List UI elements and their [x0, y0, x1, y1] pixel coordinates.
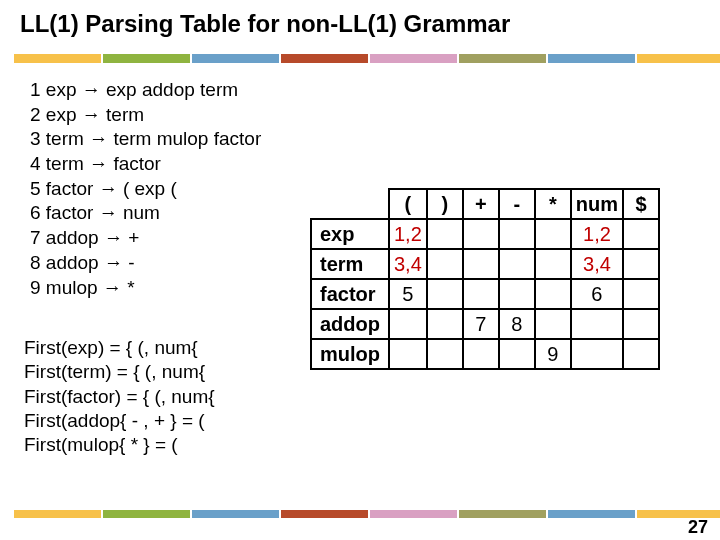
decor-band: [281, 510, 368, 518]
table-row: term3,43,4: [311, 249, 659, 279]
first-set-line: First(exp) = { (, num{: [24, 336, 215, 360]
table-cell: [463, 249, 499, 279]
decor-bands-top: [14, 54, 720, 63]
table-cell: [499, 219, 535, 249]
table-cell: [623, 309, 659, 339]
grammar-rule: 9 mulop → *: [30, 276, 261, 301]
col-header: (: [389, 189, 427, 219]
table-cell: [463, 339, 499, 369]
slide-title: LL(1) Parsing Table for non-LL(1) Gramma…: [20, 10, 700, 38]
row-header: factor: [311, 279, 389, 309]
table-row: mulop9: [311, 339, 659, 369]
table-cell: [463, 279, 499, 309]
table-cell: 1,2: [571, 219, 623, 249]
decor-band: [192, 54, 279, 63]
table-cell: [389, 309, 427, 339]
col-header: *: [535, 189, 571, 219]
decor-band: [548, 510, 635, 518]
table-cell: 5: [389, 279, 427, 309]
table-cell: 9: [535, 339, 571, 369]
col-header: num: [571, 189, 623, 219]
table-cell: 8: [499, 309, 535, 339]
table-cell: [427, 339, 463, 369]
page-number: 27: [688, 517, 708, 538]
decor-band: [192, 510, 279, 518]
row-header: exp: [311, 219, 389, 249]
table-cell: [535, 249, 571, 279]
table-cell: [389, 339, 427, 369]
table-row: factor56: [311, 279, 659, 309]
table-cell: [427, 219, 463, 249]
decor-band: [637, 54, 720, 63]
decor-band: [14, 510, 101, 518]
first-set-line: First(factor) = { (, num{: [24, 385, 215, 409]
table-cell: [623, 279, 659, 309]
row-header: term: [311, 249, 389, 279]
table-cell: [427, 279, 463, 309]
row-header: addop: [311, 309, 389, 339]
table-cell: [623, 339, 659, 369]
decor-band: [103, 510, 190, 518]
col-header: +: [463, 189, 499, 219]
grammar-rule: 4 term → factor: [30, 152, 261, 177]
first-set-line: First(addop{ - , + } = (: [24, 409, 215, 433]
table-cell: [427, 309, 463, 339]
table-cell: [535, 279, 571, 309]
grammar-rule: 1 exp → exp addop term: [30, 78, 261, 103]
table-body: exp1,21,2term3,43,4factor56addop78mulop9: [311, 219, 659, 369]
decor-band: [103, 54, 190, 63]
decor-band: [281, 54, 368, 63]
col-header: -: [499, 189, 535, 219]
decor-band: [459, 54, 546, 63]
table-cell: [463, 219, 499, 249]
table-row: exp1,21,2: [311, 219, 659, 249]
decor-band: [548, 54, 635, 63]
table-cell: [499, 279, 535, 309]
table-cell: [571, 339, 623, 369]
grammar-rule: 2 exp → term: [30, 103, 261, 128]
table-cell: 7: [463, 309, 499, 339]
grammar-rule: 3 term → term mulop factor: [30, 127, 261, 152]
table-corner: [311, 189, 389, 219]
grammar-rule: 8 addop → -: [30, 251, 261, 276]
table-cell: [427, 249, 463, 279]
parsing-table-wrap: ()+-*num$ exp1,21,2term3,43,4factor56add…: [310, 188, 660, 370]
grammar-rule: 5 factor → ( exp (: [30, 177, 261, 202]
table-cell: [571, 309, 623, 339]
table-row: addop78: [311, 309, 659, 339]
table-cell: [499, 339, 535, 369]
table-header-row: ()+-*num$: [311, 189, 659, 219]
first-set-line: First(term) = { (, num{: [24, 360, 215, 384]
table-cell: 1,2: [389, 219, 427, 249]
table-cell: 3,4: [389, 249, 427, 279]
grammar-rule: 6 factor → num: [30, 201, 261, 226]
first-sets: First(exp) = { (, num{First(term) = { (,…: [24, 336, 215, 458]
col-header: $: [623, 189, 659, 219]
decor-bands-bottom: [14, 510, 720, 518]
col-header: ): [427, 189, 463, 219]
decor-band: [370, 510, 457, 518]
table-cell: [623, 249, 659, 279]
first-set-line: First(mulop{ * } = (: [24, 433, 215, 457]
parsing-table: ()+-*num$ exp1,21,2term3,43,4factor56add…: [310, 188, 660, 370]
table-cell: [535, 219, 571, 249]
row-header: mulop: [311, 339, 389, 369]
decor-band: [14, 54, 101, 63]
table-cell: [535, 309, 571, 339]
decor-band: [459, 510, 546, 518]
grammar-rule: 7 addop → +: [30, 226, 261, 251]
table-cell: [623, 219, 659, 249]
table-cell: 3,4: [571, 249, 623, 279]
decor-band: [370, 54, 457, 63]
table-cell: [499, 249, 535, 279]
table-cell: 6: [571, 279, 623, 309]
grammar-list: 1 exp → exp addop term2 exp → term3 term…: [30, 78, 261, 300]
